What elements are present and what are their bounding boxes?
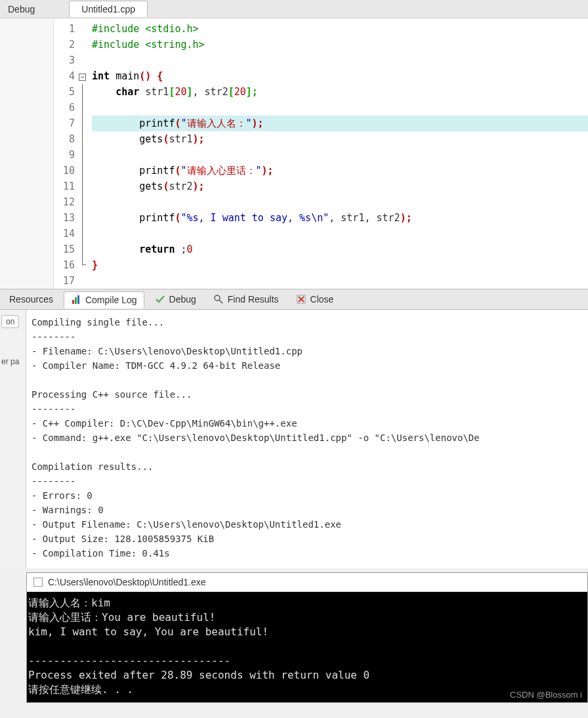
console-output: 请输入人名：kim 请输入心里话：You are beautiful! kim,… [27,592,587,702]
line-gutter: 1234567891011121314151617 [54,18,79,289]
tab-compile-log[interactable]: Compile Log [64,291,144,308]
compile-output[interactable]: Compiling single file... -------- - File… [26,310,588,568]
editor: 1234567891011121314151617 − #include <st… [0,18,588,289]
svg-rect-1 [75,297,77,304]
close-icon [296,294,306,305]
tab-resources[interactable]: Resources [3,291,60,307]
console-title-text: C:\Users\lenovo\Desktop\Untitled1.exe [48,577,205,587]
tab-close[interactable]: Close [289,291,341,307]
tab-debug-bottom[interactable]: Debug [148,291,203,307]
console-window: C:\Users\lenovo\Desktop\Untitled1.exe 请输… [26,572,588,703]
tab-find-results[interactable]: Find Results [207,291,285,307]
tab-debug-label: Debug [169,294,196,305]
tab-compile-log-label: Compile Log [85,295,137,305]
bottom-panel-tabs: Resources Compile Log Debug Find Results… [0,289,588,310]
tab-file[interactable]: Untitled1.cpp [69,1,148,17]
stub-label: er pa [1,357,24,366]
svg-rect-2 [77,295,79,304]
tab-close-label: Close [310,294,334,305]
check-icon [155,294,165,305]
app-icon [33,578,43,587]
svg-point-3 [215,295,220,301]
console-titlebar[interactable]: C:\Users\lenovo\Desktop\Untitled1.exe [27,573,587,592]
magnifier-icon [213,294,224,305]
code-lines[interactable]: #include <stdio.h>#include <string.h>int… [92,18,588,289]
bar-chart-icon [71,295,81,305]
svg-line-4 [219,300,222,303]
tab-find-label: Find Results [228,294,279,305]
fold-column[interactable]: − [79,18,92,289]
compile-panel: on er pa Compiling single file... ------… [0,310,588,568]
stub-button[interactable]: on [1,315,19,328]
side-panel-blank [0,18,54,289]
tab-debug[interactable]: Debug [0,1,43,17]
code-area[interactable]: 1234567891011121314151617 − #include <st… [54,18,588,289]
top-tab-bar: Debug Untitled1.cpp [0,0,588,18]
watermark: CSDN @Blossom i [510,690,582,700]
svg-rect-0 [72,300,74,304]
left-side-stubs: on er pa [0,310,26,568]
